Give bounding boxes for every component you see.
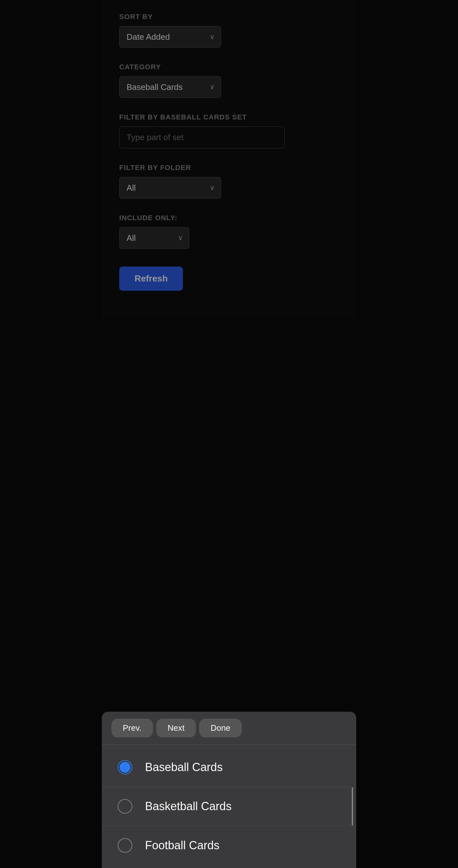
picker-next-button[interactable]: Next	[156, 719, 196, 737]
picker-overlay: Prev. Next Done Baseball Cards Basketbal…	[102, 712, 356, 868]
radio-inner-baseball	[120, 762, 131, 773]
picker-toolbar: Prev. Next Done	[102, 712, 356, 745]
picker-option-label-baseball: Baseball Cards	[145, 761, 223, 774]
picker-prev-button[interactable]: Prev.	[111, 719, 153, 737]
picker-option-label-basketball: Basketball Cards	[145, 800, 232, 813]
picker-option-basketball[interactable]: Basketball Cards	[102, 787, 356, 826]
picker-option-football[interactable]: Football Cards	[102, 826, 356, 865]
picker-option-label-football: Football Cards	[145, 839, 220, 852]
radio-football	[118, 838, 132, 853]
picker-option-baseball[interactable]: Baseball Cards	[102, 748, 356, 787]
picker-options-list: Baseball Cards Basketball Cards Football…	[102, 745, 356, 868]
radio-basketball	[118, 799, 132, 814]
picker-done-button[interactable]: Done	[199, 719, 242, 737]
scrollbar-indicator	[352, 787, 353, 826]
radio-baseball	[118, 760, 132, 775]
